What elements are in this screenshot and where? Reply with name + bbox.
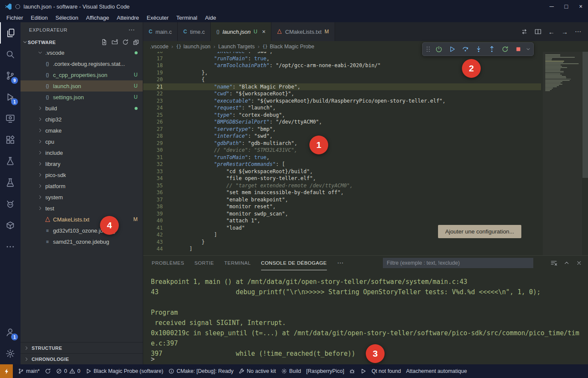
line-number[interactable]: 34	[143, 175, 163, 182]
back-icon[interactable]: ←	[548, 28, 555, 35]
status-variant[interactable]: [RaspberryPico]	[306, 368, 344, 374]
dropdown-button[interactable]	[525, 44, 531, 55]
tree-item--cortex-debug-registers-stat-[interactable]: {}.cortex-debug.registers.stat...	[21, 58, 143, 69]
stop-button[interactable]	[512, 44, 524, 55]
line-number[interactable]: 42	[143, 231, 163, 239]
tree-item-system[interactable]: system	[21, 192, 143, 203]
console-filter-input[interactable]	[383, 258, 533, 268]
activity-run-debug[interactable]: 1	[0, 86, 21, 108]
line-number[interactable]: 17	[143, 55, 163, 62]
maximize-button[interactable]: □	[559, 0, 573, 13]
tree-item-cmakelists-txt[interactable]: CMakeLists.txtM	[21, 214, 143, 225]
minimap[interactable]	[543, 52, 582, 255]
status-cmake-status[interactable]: CMake: [Debug]: Ready	[168, 368, 233, 374]
tree-item-cmake[interactable]: cmake	[21, 125, 143, 136]
tree-item-settings-json[interactable]: {}settings.jsonU	[21, 92, 143, 103]
line-number[interactable]: 16	[143, 52, 163, 55]
line-number[interactable]: 18	[143, 62, 163, 69]
activity-settings-gear[interactable]	[0, 343, 21, 364]
tab-time-c[interactable]: Ctime.c	[178, 22, 211, 41]
menu-sélection[interactable]: Sélection	[52, 14, 82, 22]
activity-source-control[interactable]: 9	[0, 65, 21, 86]
explorer-section-header[interactable]: SOFTWARE	[21, 37, 143, 47]
activity-explorer[interactable]	[0, 22, 21, 44]
panel-tab-probl-mes[interactable]: PROBLÈMES	[152, 256, 184, 270]
line-number[interactable]: 35	[143, 182, 163, 189]
collapse-all-icon[interactable]	[133, 39, 139, 45]
tab-close-icon[interactable]: ×	[262, 28, 265, 35]
section-structure[interactable]: STRUCTURE	[21, 342, 143, 353]
line-number[interactable]: 33	[143, 168, 163, 175]
menu-fichier[interactable]: Fichier	[3, 14, 27, 22]
tab-main-c[interactable]: Cmain.c	[143, 22, 178, 41]
panel-tab-console-de-d-bogage[interactable]: CONSOLE DE DÉBOGAGE	[261, 256, 327, 270]
tree-item-include[interactable]: include	[21, 147, 143, 158]
line-number[interactable]: 26	[143, 118, 163, 126]
tree-item-platform[interactable]: platform	[21, 180, 143, 192]
line-number[interactable]: 27	[143, 126, 163, 133]
tree-item--vscode[interactable]: .vscode	[21, 47, 143, 58]
maximize-panel-icon[interactable]	[564, 260, 570, 266]
restart-button[interactable]	[499, 44, 511, 55]
breadcrumb-item[interactable]: {}launch.json	[176, 44, 210, 50]
line-number[interactable]: 24	[143, 104, 163, 112]
close-panel-icon[interactable]	[576, 260, 582, 266]
section-chronologie[interactable]: CHRONOLOGIE	[21, 353, 143, 364]
tree-item-launch-json[interactable]: {}launch.jsonU	[21, 80, 143, 92]
tree-item-library[interactable]: library	[21, 158, 143, 169]
tree-item-build[interactable]: build	[21, 103, 143, 114]
line-number[interactable]: 40	[143, 217, 163, 224]
status-auto-attach[interactable]: Attachement automatique	[406, 368, 467, 374]
new-folder-icon[interactable]	[112, 39, 118, 45]
menu-atteindre[interactable]: Atteindre	[113, 14, 143, 22]
refresh-icon[interactable]	[122, 39, 129, 45]
new-file-icon[interactable]	[101, 39, 107, 45]
line-number[interactable]: 29	[143, 140, 163, 147]
line-number[interactable]: 30	[143, 147, 163, 154]
activity-package[interactable]	[0, 215, 21, 236]
power-button[interactable]	[432, 44, 445, 55]
tree-item-samd21-ozone-jdebug[interactable]: ≡samd21_ozone.jdebug	[21, 236, 143, 247]
split-editor-icon[interactable]	[535, 28, 541, 35]
status-debug-target[interactable]: Black Magic Probe (software)	[85, 368, 163, 374]
add-configuration-button[interactable]: Ajouter une configuration...	[438, 225, 521, 238]
step-into-button[interactable]	[472, 44, 485, 55]
line-number[interactable]: 43	[143, 239, 163, 246]
panel-tab-sortie[interactable]: SORTIE	[194, 256, 214, 270]
activity-test-beaker[interactable]	[0, 151, 21, 172]
tree-item-c-cpp-properties-json[interactable]: {}c_cpp_properties.jsonU	[21, 69, 143, 80]
line-number[interactable]: 21	[143, 83, 163, 91]
tab-launch-json[interactable]: {}launch.jsonU×	[211, 22, 271, 41]
menu-exécuter[interactable]: Exécuter	[143, 14, 172, 22]
line-number[interactable]: 25	[143, 112, 163, 119]
breadcrumb-item[interactable]: Launch Targets	[218, 44, 255, 50]
console-prompt[interactable]: >	[151, 355, 155, 363]
line-number[interactable]: 36	[143, 189, 163, 196]
line-number[interactable]: 32	[143, 161, 163, 168]
continue-button[interactable]	[446, 44, 458, 55]
open-changes-icon[interactable]	[521, 28, 528, 35]
status-build[interactable]: Build	[281, 368, 301, 374]
more-actions-icon[interactable]: ⋯	[575, 28, 581, 35]
menu-terminal[interactable]: Terminal	[173, 14, 201, 22]
activity-jest[interactable]	[0, 193, 21, 215]
line-number[interactable]: 39	[143, 210, 163, 218]
tree-item-chip32[interactable]: chip32	[21, 114, 143, 125]
scrollbar-thumb[interactable]	[582, 52, 588, 178]
status-launch[interactable]	[360, 368, 366, 374]
activity-flask[interactable]	[0, 172, 21, 193]
line-number[interactable]: 44	[143, 245, 163, 253]
line-number[interactable]: 31	[143, 154, 163, 161]
step-over-button[interactable]	[459, 44, 471, 55]
activity-remote-explorer[interactable]	[0, 108, 21, 129]
tree-item-gd32vf103-ozone-jdebug[interactable]: ≡gd32vf103_ozone.jdebug	[21, 225, 143, 236]
close-button[interactable]: ×	[573, 0, 588, 13]
tree-item-cpu[interactable]: cpu	[21, 136, 143, 147]
status-sync[interactable]	[45, 368, 51, 374]
tree-item-pico-sdk[interactable]: pico-sdk	[21, 169, 143, 180]
remote-indicator[interactable]	[0, 364, 13, 378]
step-out-button[interactable]	[485, 44, 498, 55]
activity-more[interactable]	[0, 236, 21, 257]
activity-search[interactable]	[0, 44, 21, 65]
line-number[interactable]: 37	[143, 196, 163, 204]
